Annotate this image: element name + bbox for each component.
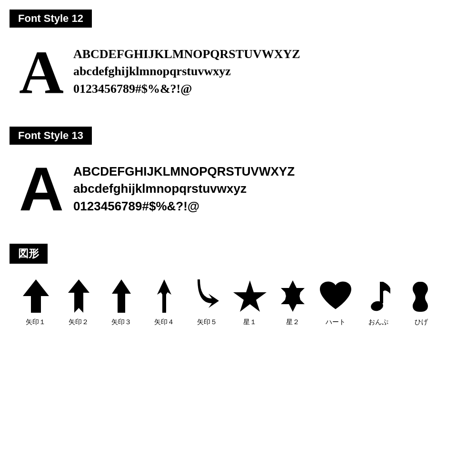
font-style-13-line-3: 0123456789#$%&?!@ — [73, 198, 295, 215]
svg-marker-2 — [112, 279, 131, 313]
font-style-12-line-2: abcdefghijklmnopqrstuvwxyz — [73, 63, 300, 80]
arrow3-icon — [105, 277, 138, 315]
music-label: おんぷ — [368, 318, 388, 327]
shape-item-star1: 星１ — [228, 277, 271, 327]
shape-item-arrow1: 矢印１ — [14, 277, 57, 327]
shape-item-arrow4: 矢印４ — [143, 277, 186, 327]
shape-item-arrow5: 矢印５ — [186, 277, 228, 327]
shape-item-arrow3: 矢印３ — [100, 277, 143, 327]
arrow5-icon — [190, 277, 224, 315]
mustache-icon — [405, 277, 438, 315]
font-style-13-section: Font Style 13 A ABCDEFGHIJKLMNOPQRSTUVWX… — [10, 127, 466, 229]
font-style-13-line-2: abcdefghijklmnopqrstuvwxyz — [73, 180, 295, 197]
svg-rect-8 — [380, 282, 383, 303]
arrow1-icon — [19, 277, 52, 315]
font-style-12-big-letter: A — [19, 41, 64, 103]
arrow1-label: 矢印１ — [26, 318, 46, 327]
shape-item-mustache: ひげ — [400, 277, 443, 327]
shapes-section: 図形 矢印１ 矢印２ — [10, 244, 466, 331]
star1-label: 星１ — [243, 318, 257, 327]
arrow5-label: 矢印５ — [197, 318, 217, 327]
font-style-13-big-letter: A — [19, 158, 64, 220]
music-icon — [362, 277, 395, 315]
shapes-header: 図形 — [10, 244, 48, 264]
shapes-grid: 矢印１ 矢印２ 矢印３ — [10, 272, 466, 331]
font-style-13-header: Font Style 13 — [10, 127, 92, 145]
shape-item-star2: 星２ — [271, 277, 314, 327]
heart-icon — [319, 277, 352, 315]
font-style-12-header: Font Style 12 — [10, 10, 92, 28]
svg-marker-4 — [157, 279, 171, 298]
font-style-13-char-lines: ABCDEFGHIJKLMNOPQRSTUVWXYZ abcdefghijklm… — [73, 158, 295, 215]
arrow4-label: 矢印４ — [154, 318, 174, 327]
arrow3-label: 矢印３ — [111, 318, 131, 327]
shape-item-arrow2: 矢印２ — [57, 277, 100, 327]
star2-icon — [276, 277, 309, 315]
heart-label: ハート — [326, 318, 346, 327]
star2-label: 星２ — [286, 318, 299, 327]
svg-marker-5 — [233, 280, 267, 312]
shape-item-music: おんぷ — [357, 277, 400, 327]
mustache-label: ひげ — [415, 318, 428, 327]
font-style-12-line-1: ABCDEFGHIJKLMNOPQRSTUVWXYZ — [73, 46, 300, 63]
arrow2-icon — [62, 277, 95, 315]
font-style-13-line-1: ABCDEFGHIJKLMNOPQRSTUVWXYZ — [73, 163, 295, 180]
font-style-12-section: Font Style 12 A ABCDEFGHIJKLMNOPQRSTUVWX… — [10, 10, 466, 112]
font-style-12-char-lines: ABCDEFGHIJKLMNOPQRSTUVWXYZ abcdefghijklm… — [73, 41, 300, 98]
svg-marker-1 — [68, 279, 89, 313]
arrow4-icon — [148, 277, 181, 315]
star1-icon — [233, 277, 267, 315]
svg-marker-0 — [23, 279, 49, 313]
font-style-12-line-3: 0123456789#$%&?!@ — [73, 80, 300, 98]
shape-item-heart: ハート — [314, 277, 357, 327]
arrow2-label: 矢印２ — [69, 318, 89, 327]
